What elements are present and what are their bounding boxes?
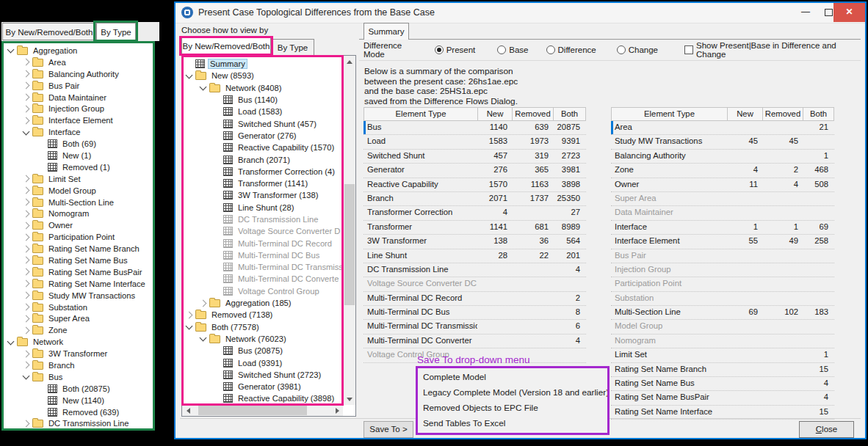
cell-new[interactable]: [477, 292, 512, 305]
cell-element-type[interactable]: Line Shunt: [364, 249, 477, 263]
chevron-right-icon[interactable]: [23, 59, 30, 66]
scroll-down-button[interactable]: [344, 393, 355, 405]
cell-both[interactable]: [553, 348, 585, 362]
cell-new[interactable]: 457: [477, 150, 512, 163]
cell-removed[interactable]: 319: [512, 150, 553, 163]
chevron-right-icon[interactable]: [23, 268, 30, 276]
cell-new[interactable]: [727, 391, 762, 404]
tree-item[interactable]: Model Group: [4, 185, 153, 197]
column-header[interactable]: Element Type: [612, 108, 728, 120]
tree-item[interactable]: New (8593): [182, 70, 343, 81]
table-row[interactable]: Reactive Capability157011633898: [364, 178, 586, 192]
chevron-down-icon[interactable]: [186, 323, 193, 330]
cell-both[interactable]: [803, 263, 833, 277]
radio-base[interactable]: [497, 45, 506, 54]
cell-removed[interactable]: [762, 406, 803, 419]
scroll-right-button[interactable]: [331, 405, 343, 416]
chevron-right-icon[interactable]: [23, 117, 30, 124]
chevron-right-icon[interactable]: [23, 350, 30, 357]
cell-removed[interactable]: 365: [512, 164, 553, 177]
cell-element-type[interactable]: Load: [364, 135, 477, 148]
table-row[interactable]: Multi-Section Line69102183: [611, 306, 834, 320]
tree-item[interactable]: Reactive Capability (3898): [182, 392, 343, 404]
cell-both[interactable]: 2723: [553, 150, 585, 163]
cell-element-type[interactable]: Multi-Terminal DC Converter: [364, 334, 477, 348]
chevron-right-icon[interactable]: [23, 210, 30, 217]
cell-element-type[interactable]: Rating Set Name Branch: [611, 363, 727, 376]
chevron-down-icon[interactable]: [23, 373, 30, 380]
tree-item[interactable]: Removed (7138): [182, 309, 343, 321]
table-row[interactable]: 3W Transformer13836564: [364, 235, 586, 249]
cell-both[interactable]: 21: [803, 121, 833, 134]
chevron-down-icon[interactable]: [186, 71, 193, 78]
cell-new[interactable]: 1570: [477, 178, 512, 191]
cell-removed[interactable]: [762, 320, 803, 333]
dialog-tab-by-new-removed-both[interactable]: By New/Removed/Both: [181, 37, 271, 56]
cell-new[interactable]: [727, 192, 762, 205]
cell-removed[interactable]: 22: [512, 249, 553, 263]
chevron-right-icon[interactable]: [23, 222, 30, 229]
table-row[interactable]: Rating Set Name Bus4: [611, 377, 834, 391]
table-row[interactable]: Injection Group: [611, 263, 834, 277]
dialog-tab-by-type[interactable]: By Type: [271, 39, 314, 56]
cell-new[interactable]: [727, 363, 762, 376]
cell-new[interactable]: [477, 263, 512, 277]
column-header[interactable]: Removed: [763, 108, 803, 120]
tree-item[interactable]: Bus: [4, 371, 153, 383]
table-row[interactable]: Nomogram: [611, 334, 834, 348]
chevron-down-icon[interactable]: [23, 128, 30, 135]
table-row[interactable]: Study MW Transactions4545: [611, 135, 834, 149]
menu-item-complete-model[interactable]: Complete Model: [418, 370, 607, 385]
cell-removed[interactable]: [762, 150, 803, 163]
tree-item[interactable]: New (1): [4, 150, 153, 161]
tree-item[interactable]: Both (69): [4, 138, 153, 150]
cell-element-type[interactable]: Multi-Terminal DC Record: [364, 292, 477, 305]
fragment-tab-by-new-removed-both[interactable]: By New/Removed/Both: [2, 23, 96, 40]
cell-element-type[interactable]: Data Maintainer: [611, 206, 727, 219]
cell-element-type[interactable]: Bus: [364, 121, 477, 134]
cell-element-type[interactable]: Transformer: [364, 221, 477, 234]
table-row[interactable]: Multi-Terminal DC Bus8: [364, 306, 586, 320]
cell-both[interactable]: 1: [803, 348, 833, 362]
table-row[interactable]: Generator2763653981: [364, 164, 586, 178]
column-header[interactable]: Both: [803, 108, 833, 120]
cell-new[interactable]: 69: [727, 306, 762, 319]
scroll-left-button[interactable]: [182, 405, 194, 416]
cell-removed[interactable]: [762, 192, 803, 205]
cell-new[interactable]: [477, 277, 512, 290]
tree-item[interactable]: Super Area: [4, 312, 153, 324]
cell-removed[interactable]: [762, 334, 803, 348]
radio-present[interactable]: [435, 45, 444, 54]
cell-removed[interactable]: [762, 249, 803, 263]
cell-new[interactable]: [727, 348, 762, 362]
chevron-right-icon[interactable]: [23, 233, 30, 241]
cell-both[interactable]: [803, 277, 833, 290]
cell-both[interactable]: 564: [553, 235, 585, 248]
chevron-right-icon[interactable]: [23, 315, 30, 322]
cell-removed[interactable]: 1973: [512, 135, 553, 148]
cell-new[interactable]: [727, 249, 762, 263]
cell-element-type[interactable]: Rating Set Name Interface: [611, 406, 727, 419]
tree-item[interactable]: Bus (20875): [182, 345, 343, 357]
cell-element-type[interactable]: Participation Point: [611, 277, 727, 290]
cell-new[interactable]: 1: [727, 221, 762, 234]
cell-both[interactable]: 3981: [553, 164, 585, 177]
cell-element-type[interactable]: 3W Transformer: [364, 235, 477, 248]
cell-both[interactable]: 4: [803, 391, 833, 404]
cell-element-type[interactable]: Branch: [364, 192, 477, 205]
cell-new[interactable]: [727, 292, 762, 305]
tree-item[interactable]: Interface: [4, 126, 153, 138]
tree-item[interactable]: Owner: [4, 219, 153, 231]
cell-both[interactable]: 468: [803, 164, 833, 177]
chevron-down-icon[interactable]: [200, 84, 207, 91]
tree-horizontal-scrollbar[interactable]: [182, 405, 343, 416]
tree-item[interactable]: Interface Element: [4, 114, 153, 126]
cell-both[interactable]: 183: [803, 306, 833, 319]
cell-both[interactable]: [803, 320, 833, 333]
table-row[interactable]: Multi-Terminal DC Record2: [364, 292, 586, 306]
cell-both[interactable]: [803, 192, 833, 205]
cell-removed[interactable]: [512, 306, 553, 319]
cell-removed[interactable]: [762, 277, 803, 290]
tree-item[interactable]: Aggregation: [4, 45, 153, 56]
table-row[interactable]: Super Area: [611, 192, 834, 206]
